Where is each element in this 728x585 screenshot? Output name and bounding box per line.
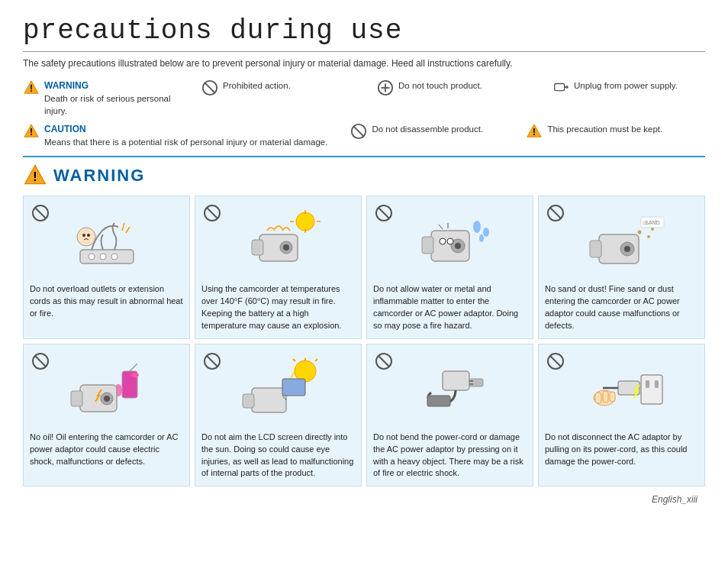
card-3-text: Do not allow water or metal and inflamma… — [373, 283, 527, 332]
prohibited-icon — [201, 79, 218, 96]
svg-point-32 — [283, 244, 289, 250]
card-7: Do not bend the power-cord or damage the… — [366, 344, 533, 487]
card-6-image — [201, 351, 355, 427]
svg-point-61 — [104, 396, 110, 402]
card-2-text: Using the camcorder at temperatures over… — [201, 283, 355, 332]
legend-unplug-text: Unplug from power supply. — [574, 79, 678, 92]
legend-no-touch: Do not touch product. — [377, 79, 530, 96]
card-1-image — [30, 202, 183, 279]
card-1-no-icon — [31, 204, 50, 222]
card-5-illustration — [57, 356, 156, 421]
svg-rect-84 — [610, 392, 615, 402]
svg-rect-59 — [71, 391, 82, 406]
card-7-text: Do not bend the power-cord or damage the… — [373, 431, 527, 480]
svg-point-47 — [647, 235, 650, 238]
keep-icon — [526, 123, 543, 140]
svg-line-65 — [293, 359, 295, 361]
svg-point-17 — [100, 254, 106, 260]
card-8: Do not disconnect the AC adaptor by pull… — [538, 344, 705, 487]
card-5-no-icon — [31, 352, 50, 370]
legend-warning-text: WARNING Death or risk of serious persona… — [44, 79, 179, 117]
svg-point-38 — [483, 228, 489, 237]
legend-no-disassemble: Do not disassemble product. — [350, 123, 503, 140]
caution-icon — [23, 123, 40, 140]
divider — [23, 156, 705, 157]
card-4-text: No sand or dust! Fine sand or dust enter… — [545, 283, 698, 332]
no-disassemble-icon — [350, 123, 367, 140]
legend-row-2: CAUTION Means that there is a potential … — [23, 123, 705, 148]
card-6-no-icon — [203, 352, 221, 370]
card-1: Do not overload outlets or extension cor… — [23, 196, 190, 339]
card-5-text: No oil! Oil entering the camcorder or AC… — [30, 431, 183, 468]
card-4-illustration: SAND — [572, 208, 672, 273]
cards-grid: Do not overload outlets or extension cor… — [23, 196, 705, 487]
svg-rect-30 — [252, 240, 263, 255]
footer-text: English_xiii — [652, 494, 697, 505]
card-6: Do not aim the LCD screen directly into … — [195, 344, 362, 487]
legend-unplug: Unplug from power supply. — [552, 79, 705, 96]
svg-point-21 — [77, 228, 95, 246]
legend-keep: This precaution must be kept. — [526, 123, 678, 140]
legend-prohibited: Prohibited action. — [201, 79, 354, 96]
card-2: Using the camcorder at temperatures over… — [195, 196, 362, 339]
svg-point-46 — [637, 231, 641, 234]
card-5: No oil! Oil entering the camcorder or AC… — [23, 344, 190, 487]
svg-rect-76 — [641, 375, 662, 404]
svg-point-42 — [440, 238, 446, 244]
legend-no-touch-text: Do not touch product. — [398, 79, 482, 92]
svg-rect-50 — [590, 241, 601, 257]
svg-point-18 — [111, 254, 118, 260]
svg-rect-77 — [646, 380, 649, 388]
svg-rect-68 — [243, 394, 254, 408]
legend-warning: WARNING Death or risk of serious persona… — [23, 79, 179, 117]
legend-prohibited-text: Prohibited action. — [223, 79, 291, 92]
svg-rect-83 — [603, 391, 608, 402]
card-8-illustration — [572, 356, 672, 421]
card-3-image — [373, 202, 527, 279]
svg-rect-71 — [443, 371, 469, 390]
footer-row: English_xiii — [23, 494, 705, 505]
no-touch-icon — [377, 79, 394, 96]
card-7-image — [373, 351, 527, 427]
card-7-no-icon — [375, 352, 393, 370]
svg-line-40 — [439, 225, 443, 229]
card-6-illustration — [229, 356, 328, 421]
legend-keep-text: This precaution must be kept. — [547, 123, 662, 135]
warning-section-header: WARNING — [23, 163, 705, 188]
svg-rect-78 — [655, 380, 659, 388]
card-8-no-icon — [546, 352, 565, 370]
card-8-image — [545, 351, 698, 427]
svg-point-16 — [89, 254, 95, 260]
card-8-text: Do not disconnect the AC adaptor by pull… — [545, 431, 698, 468]
svg-point-39 — [479, 234, 484, 242]
svg-line-64 — [315, 359, 317, 361]
legend-no-disassemble-text: Do not disassemble product. — [372, 123, 483, 135]
svg-rect-82 — [595, 393, 601, 403]
card-7-illustration — [401, 356, 500, 421]
card-3: Do not allow water or metal and inflamma… — [366, 196, 533, 339]
card-5-image — [30, 351, 183, 427]
card-6-text: Do not aim the LCD screen directly into … — [201, 431, 355, 480]
svg-rect-34 — [422, 237, 433, 254]
svg-text:SAND: SAND — [645, 220, 659, 225]
svg-point-23 — [87, 234, 90, 237]
legend-caution-text: CAUTION Means that there is a potential … — [44, 123, 327, 148]
svg-rect-72 — [427, 396, 450, 406]
svg-line-19 — [122, 223, 124, 231]
svg-point-43 — [447, 238, 453, 244]
svg-rect-73 — [469, 379, 483, 386]
warning-section-icon — [23, 163, 47, 188]
legend-caution: CAUTION Means that there is a potential … — [23, 123, 327, 148]
svg-point-45 — [651, 228, 654, 231]
card-1-text: Do not overload outlets or extension cor… — [30, 283, 183, 320]
card-2-illustration — [229, 208, 328, 273]
svg-point-36 — [455, 243, 461, 249]
card-4: SAND No sand or dust! Fine sand or dust … — [538, 196, 705, 339]
page-title: precautions during use — [23, 15, 705, 52]
svg-rect-67 — [252, 388, 286, 412]
svg-point-22 — [82, 234, 85, 237]
svg-point-56 — [131, 373, 139, 377]
svg-point-24 — [296, 212, 314, 231]
card-4-no-icon — [546, 204, 565, 222]
card-4-image: SAND — [545, 202, 698, 279]
